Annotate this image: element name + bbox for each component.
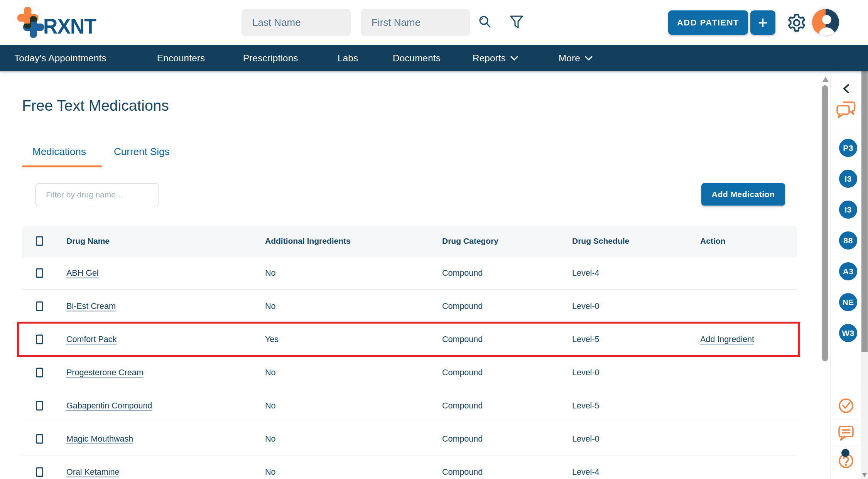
- scroll-down-arrow[interactable]: [862, 473, 867, 477]
- nav-more[interactable]: More: [559, 45, 593, 71]
- col-drug-category: Drug Category: [442, 236, 498, 246]
- tasks-button[interactable]: [831, 397, 861, 414]
- table-row: Bi-Est Cream No Compound Level-0: [22, 289, 797, 322]
- table-row-highlighted: Comfort Pack Yes Compound Level-5 Add In…: [22, 322, 797, 356]
- drug-schedule-value: Level-0: [572, 368, 599, 377]
- top-header: RXNT ADD PATIENT +: [0, 0, 868, 45]
- drug-schedule-value: Level-4: [572, 467, 599, 477]
- drug-category-value: Compound: [442, 401, 483, 410]
- help-button[interactable]: [831, 452, 861, 471]
- drug-category-value: Compound: [442, 467, 483, 477]
- additional-ingredients-value: No: [265, 401, 275, 410]
- additional-ingredients-value: No: [265, 301, 275, 311]
- add-medication-button[interactable]: Add Medication: [701, 183, 785, 206]
- drug-filter-input[interactable]: [35, 183, 159, 206]
- drug-name-link[interactable]: ABH Gel: [66, 268, 99, 278]
- last-name-input[interactable]: [241, 9, 351, 36]
- row-checkbox[interactable]: [36, 467, 43, 477]
- table-row: ABH Gel No Compound Level-4: [22, 256, 797, 289]
- rxnt-app: RXNT ADD PATIENT +: [0, 0, 868, 479]
- check-circle-icon: [838, 397, 854, 414]
- drug-schedule-value: Level-4: [572, 268, 599, 278]
- table-header-row: Drug Name Additional Ingredients Drug Ca…: [22, 226, 797, 256]
- nav-encounters[interactable]: Encounters: [157, 45, 205, 71]
- add-patient-button[interactable]: ADD PATIENT: [668, 10, 748, 35]
- patient-badge[interactable]: NE: [839, 293, 857, 311]
- messages-button[interactable]: [831, 101, 861, 119]
- table-row: Gabapentin Compound No Compound Level-5: [22, 389, 797, 422]
- row-checkbox[interactable]: [36, 401, 43, 410]
- brand-name: RXNT: [43, 14, 96, 39]
- select-all-checkbox[interactable]: [36, 236, 43, 246]
- search-icon[interactable]: [478, 15, 492, 31]
- table-row: Magic Mouthwash No Compound Level-0: [22, 422, 797, 455]
- patient-badge[interactable]: 88: [839, 231, 857, 250]
- collapse-panel-button[interactable]: [831, 84, 861, 94]
- drug-name-link[interactable]: Comfort Pack: [66, 334, 117, 344]
- main-nav: Today's Appointments Encounters Prescrip…: [0, 45, 868, 71]
- patient-badge[interactable]: W3: [839, 324, 857, 342]
- red-highlight-frame: [17, 322, 800, 357]
- col-additional-ingredients: Additional Ingredients: [265, 236, 351, 246]
- notification-dot: [841, 449, 849, 457]
- drug-category-value: Compound: [442, 434, 483, 444]
- drug-category-value: Compound: [442, 268, 483, 278]
- settings-gear-icon[interactable]: [787, 13, 806, 34]
- row-checkbox[interactable]: [36, 334, 43, 344]
- col-action: Action: [700, 236, 725, 246]
- additional-ingredients-value: No: [265, 268, 275, 278]
- table-row: Progesterone Cream No Compound Level-0: [22, 356, 797, 389]
- tab-medications[interactable]: Medications: [32, 146, 86, 158]
- active-tab-indicator: [22, 165, 102, 167]
- col-drug-name: Drug Name: [66, 236, 110, 246]
- first-name-input[interactable]: [361, 9, 470, 36]
- additional-ingredients-value: No: [265, 434, 275, 444]
- drug-name-link[interactable]: Bi-Est Cream: [66, 301, 116, 311]
- chevron-down-icon: [585, 56, 593, 61]
- nav-labs[interactable]: Labs: [338, 45, 358, 71]
- panel-divider: [833, 447, 858, 447]
- additional-ingredients-value: No: [265, 467, 275, 477]
- patient-badge[interactable]: A3: [839, 262, 857, 280]
- right-side-panel: P3 I3 I3 88 A3 NE W3: [830, 71, 861, 479]
- content-scrollbar-thumb[interactable]: [822, 85, 828, 361]
- patient-badge[interactable]: I3: [839, 201, 857, 219]
- filter-funnel-icon[interactable]: [510, 15, 523, 31]
- quick-add-button[interactable]: +: [750, 10, 775, 35]
- additional-ingredients-value: No: [265, 368, 275, 377]
- chat-button[interactable]: [831, 425, 861, 441]
- drug-name-link[interactable]: Magic Mouthwash: [66, 434, 133, 444]
- additional-ingredients-value: Yes: [265, 334, 279, 344]
- chat-square-icon: [838, 425, 854, 441]
- col-drug-schedule: Drug Schedule: [572, 236, 629, 246]
- drug-name-link[interactable]: Oral Ketamine: [66, 467, 119, 477]
- content-scroll-up-arrow[interactable]: [822, 77, 829, 82]
- chevron-left-icon: [842, 84, 850, 94]
- nav-prescriptions[interactable]: Prescriptions: [243, 45, 298, 71]
- nav-reports[interactable]: Reports: [473, 45, 518, 71]
- page-title: Free Text Medications: [22, 97, 169, 114]
- drug-name-link[interactable]: Progesterone Cream: [66, 368, 144, 377]
- user-avatar[interactable]: [811, 8, 840, 37]
- row-checkbox[interactable]: [36, 301, 43, 311]
- add-ingredient-link[interactable]: Add Ingredient: [700, 334, 754, 344]
- drug-schedule-value: Level-0: [572, 434, 599, 444]
- panel-divider: [833, 133, 858, 133]
- drug-category-value: Compound: [442, 368, 483, 377]
- drug-schedule-value: Level-5: [572, 334, 599, 344]
- chat-bubbles-icon: [836, 101, 856, 119]
- row-checkbox[interactable]: [36, 268, 43, 278]
- drug-schedule-value: Level-0: [572, 301, 599, 311]
- row-checkbox[interactable]: [36, 434, 43, 444]
- rxnt-logo-icon: [17, 6, 44, 43]
- patient-badge[interactable]: I3: [839, 170, 857, 188]
- tab-current-sigs[interactable]: Current Sigs: [114, 146, 170, 158]
- row-checkbox[interactable]: [36, 368, 43, 377]
- panel-divider: [833, 389, 858, 389]
- drug-schedule-value: Level-5: [572, 401, 599, 410]
- medications-table: Drug Name Additional Ingredients Drug Ca…: [22, 226, 797, 479]
- nav-todays-appointments[interactable]: Today's Appointments: [14, 45, 106, 71]
- nav-documents[interactable]: Documents: [393, 45, 441, 71]
- drug-name-link[interactable]: Gabapentin Compound: [66, 401, 152, 410]
- patient-badge[interactable]: P3: [839, 139, 857, 157]
